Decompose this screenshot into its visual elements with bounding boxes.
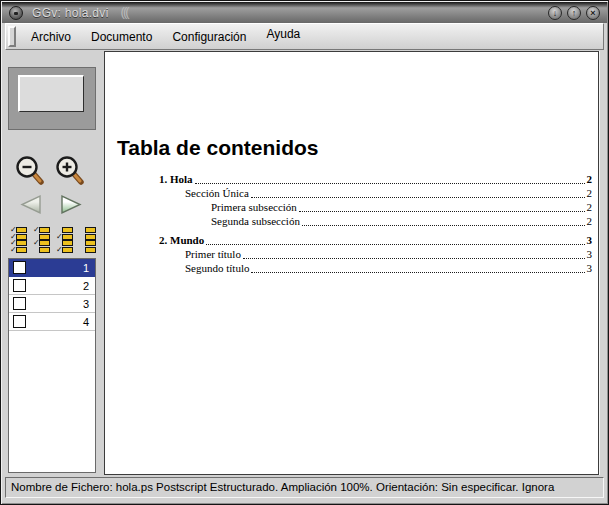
toggle-icon-row: ✓ xyxy=(10,247,27,253)
page-rect-glyph xyxy=(85,247,96,253)
page-number: 4 xyxy=(83,316,89,328)
main-content: ✓✓✓✓✓✓✓✓ 1234 Tabla de contenidos 1. Hol… xyxy=(5,50,604,476)
menu-items: ArchivoDocumentoConfiguraciónAyuda xyxy=(21,30,310,44)
toc-entry-page: 2 xyxy=(587,173,593,186)
magnifier-plus-icon xyxy=(54,154,87,189)
page-rect-glyph xyxy=(62,240,73,246)
magnifier-minus-icon xyxy=(14,154,47,189)
toc-leader xyxy=(299,211,585,212)
arrow-left-icon xyxy=(16,193,45,216)
app-window: GGv: hola.dvi ((( ↓↑× ArchivoDocumentoCo… xyxy=(0,0,609,505)
zoom-out-button[interactable] xyxy=(14,154,47,189)
page-rect-glyph xyxy=(85,240,96,246)
toggle-even-pages-button[interactable]: ✓✓ xyxy=(56,226,73,254)
page-list[interactable]: 1234 xyxy=(8,258,96,473)
page-checkbox[interactable] xyxy=(13,297,26,310)
toc-entry-page: 2 xyxy=(587,215,593,228)
status-bar: Nombre de Fichero: hola.ps Postscript Es… xyxy=(5,477,604,498)
document-view[interactable]: Tabla de contenidos 1. Hola2Sección Únic… xyxy=(104,51,599,475)
toggle-icon-row: ✓ xyxy=(33,240,50,246)
toc-entry-label: Primera subsección xyxy=(211,201,297,214)
toc-entry: Primer título3 xyxy=(159,248,592,261)
page-number: 2 xyxy=(83,280,89,292)
page-checkbox[interactable] xyxy=(13,279,26,292)
minimize-button[interactable]: ↓ xyxy=(548,6,562,20)
menubar-grip-handle[interactable] xyxy=(8,26,16,47)
toc-leader xyxy=(206,244,584,245)
toggle-icon-row: ✓ xyxy=(56,247,73,253)
menu-bar: ArchivoDocumentoConfiguraciónAyuda xyxy=(5,23,604,50)
toc-leader xyxy=(302,225,585,226)
toc-entry: Primera subsección2 xyxy=(159,201,592,214)
toggle-icon-row xyxy=(79,227,96,233)
toc-leader xyxy=(243,258,585,259)
page-toggle-toolbar: ✓✓✓✓✓✓✓✓ xyxy=(10,226,96,254)
page-rect-glyph xyxy=(16,227,27,233)
page-rect-glyph xyxy=(85,227,96,233)
page-list-item[interactable]: 2 xyxy=(9,277,95,295)
toc-entry-label: Segunda subsección xyxy=(211,215,300,228)
page-rect-glyph xyxy=(16,247,27,253)
title-bar[interactable]: GGv: hola.dvi ((( ↓↑× xyxy=(2,2,607,23)
toc-entry: Segunda subsección2 xyxy=(159,215,592,228)
page-thumbnail-panel xyxy=(8,67,96,130)
toc-entry-page: 3 xyxy=(587,234,593,247)
page-rect-glyph xyxy=(39,240,50,246)
page-list-item[interactable]: 4 xyxy=(9,313,95,331)
toc-entry-page: 3 xyxy=(587,262,593,275)
arrow-right-icon xyxy=(57,193,86,216)
page-number: 1 xyxy=(83,262,89,274)
toc-leader xyxy=(251,272,584,273)
page-rect-glyph xyxy=(16,234,27,240)
window-menu-icon[interactable] xyxy=(9,6,23,20)
toc-entry-label: Sección Única xyxy=(185,187,249,200)
menu-configuracion[interactable]: Configuración xyxy=(162,30,256,44)
document-title: Tabla de contenidos xyxy=(117,136,318,160)
page-number: 3 xyxy=(83,298,89,310)
toggle-icon-row xyxy=(79,247,96,253)
maximize-button[interactable]: ↑ xyxy=(567,6,581,20)
previous-page-button[interactable] xyxy=(16,193,45,216)
window-title: GGv: hola.dvi xyxy=(32,6,109,20)
toc-entry-page: 2 xyxy=(587,187,593,200)
toc-entry: Sección Única2 xyxy=(159,187,592,200)
toc-entry-label: Segundo título xyxy=(185,262,249,275)
toggle-icon-row: ✓ xyxy=(56,234,73,240)
page-list-item[interactable]: 1 xyxy=(9,259,95,277)
toggle-icon-row: ✓ xyxy=(33,227,50,233)
toggle-all-pages-button[interactable]: ✓✓✓✓ xyxy=(10,226,27,254)
page-list-item[interactable]: 3 xyxy=(9,295,95,313)
page-rect-glyph xyxy=(85,234,96,240)
clear-all-pages-button[interactable] xyxy=(79,226,96,254)
page-rect-glyph xyxy=(16,240,27,246)
toc-entry-label: Primer título xyxy=(185,248,241,261)
status-text: Nombre de Fichero: hola.ps Postscript Es… xyxy=(11,481,554,493)
page-rect-glyph xyxy=(62,234,73,240)
page-checkbox[interactable] xyxy=(13,261,26,274)
window-controls: ↓↑× xyxy=(548,6,600,20)
next-page-button[interactable] xyxy=(57,193,86,216)
close-button[interactable]: × xyxy=(586,6,600,20)
toc-entry: Segundo título3 xyxy=(159,262,592,275)
page-checkbox[interactable] xyxy=(13,315,26,328)
menu-ayuda[interactable]: Ayuda xyxy=(256,27,310,41)
toc-leader xyxy=(195,183,585,184)
page-rect-glyph xyxy=(39,227,50,233)
toc-entry: 1. Hola2 xyxy=(159,173,592,186)
toc-entry-label: 2. Mundo xyxy=(159,234,204,247)
toggle-icon-row xyxy=(33,247,50,253)
zoom-in-button[interactable] xyxy=(54,154,87,189)
toc-leader xyxy=(251,197,585,198)
menu-archivo[interactable]: Archivo xyxy=(21,30,81,44)
toc-entry: 2. Mundo3 xyxy=(159,234,592,247)
toc-entry-label: 1. Hola xyxy=(159,173,193,186)
page-rect-glyph xyxy=(62,247,73,253)
page-rect-glyph xyxy=(62,227,73,233)
page-rect-glyph xyxy=(39,247,50,253)
page-rect-glyph xyxy=(39,234,50,240)
toggle-odd-pages-button[interactable]: ✓✓ xyxy=(33,226,50,254)
toggle-icon-row xyxy=(79,240,96,246)
sidebar: ✓✓✓✓✓✓✓✓ 1234 xyxy=(5,50,102,476)
menu-documento[interactable]: Documento xyxy=(81,30,162,44)
toc-entry-page: 2 xyxy=(587,201,593,214)
